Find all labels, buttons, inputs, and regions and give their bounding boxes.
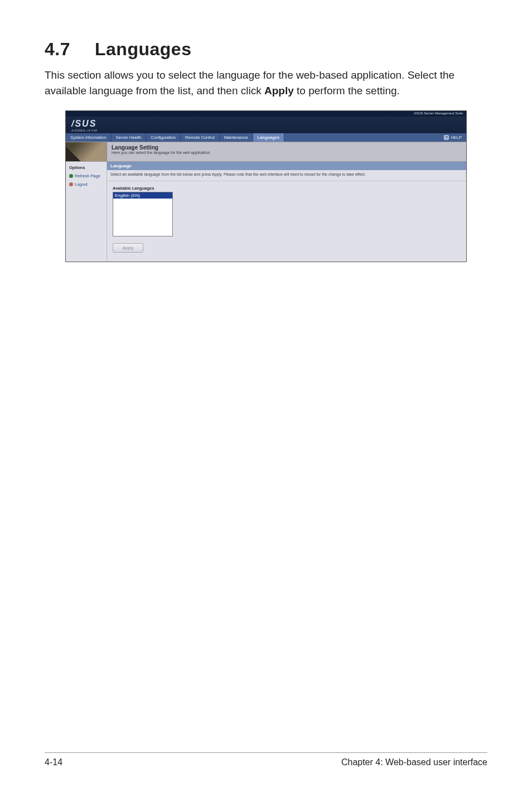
logout-icon: [69, 182, 73, 186]
panel-description: Select an available language from the li…: [107, 170, 466, 181]
section-heading: 4.7Languages: [45, 39, 487, 60]
language-option-english[interactable]: English (EN): [113, 192, 172, 199]
screenshot-figure: ASUS Server Management Suite /SUS ASMB6-…: [65, 110, 467, 262]
sidebar: Options Refresh Page Logout: [66, 162, 107, 262]
brand-logo-sub: ASMB6-iKVM: [71, 129, 98, 132]
help-link[interactable]: ? HELP: [439, 133, 466, 142]
content-body: Options Refresh Page Logout Language Sel…: [66, 162, 466, 262]
intro-line1: This section allows you to select the la…: [45, 69, 404, 81]
panel-body: Available Languages English (EN) Apply: [107, 181, 466, 257]
window-title-text: ASUS Server Management Suite: [414, 112, 463, 115]
brand-logo-text: /SUS: [71, 119, 98, 129]
sidebar-item-label: Logout: [75, 182, 88, 187]
main-panel: Language Select an available language fr…: [107, 162, 466, 262]
intro-paragraph: This section allows you to select the la…: [45, 67, 487, 98]
chapter-label: Chapter 4: Web-based user interface: [341, 757, 487, 767]
sidebar-item-label: Refresh Page: [75, 173, 100, 178]
help-label: HELP: [451, 135, 462, 140]
tab-languages[interactable]: Languages: [253, 133, 285, 142]
section-title: Languages: [95, 39, 191, 59]
brand-logo: /SUS ASMB6-iKVM: [71, 119, 98, 132]
intro-line2-post: to perform the setting.: [294, 85, 400, 96]
tab-configuration[interactable]: Configuration: [146, 133, 181, 142]
title-thumbnail-icon: [66, 142, 107, 161]
apply-button[interactable]: Apply: [113, 243, 143, 253]
page-title-bar: Language Setting Here you can select the…: [66, 142, 466, 162]
section-number: 4.7: [45, 39, 95, 60]
window-titlebar: ASUS Server Management Suite: [66, 111, 466, 117]
page-footer: 4-14 Chapter 4: Web-based user interface: [45, 752, 487, 767]
tab-maintenance[interactable]: Maintenance: [220, 133, 253, 142]
app-window: ASUS Server Management Suite /SUS ASMB6-…: [65, 110, 467, 262]
nav-tabs: System Information Server Health Configu…: [66, 133, 466, 142]
refresh-icon: [69, 174, 73, 178]
help-icon: ?: [444, 135, 449, 140]
available-languages-label: Available Languages: [113, 186, 461, 191]
header-bar: /SUS ASMB6-iKVM: [66, 117, 466, 133]
page-subtitle: Here you can select the language for the…: [112, 151, 211, 154]
intro-apply-word: Apply: [264, 85, 294, 96]
sidebar-item-logout[interactable]: Logout: [69, 182, 103, 187]
tab-server-health[interactable]: Server Health: [112, 133, 147, 142]
sidebar-title: Options: [69, 165, 103, 170]
tab-remote-control[interactable]: Remote Control: [181, 133, 220, 142]
page-number: 4-14: [45, 757, 62, 767]
tab-system-information[interactable]: System Information: [66, 133, 112, 142]
panel-heading: Language: [107, 162, 466, 170]
language-listbox[interactable]: English (EN): [113, 192, 173, 236]
sidebar-item-refresh[interactable]: Refresh Page: [69, 173, 103, 178]
page-title: Language Setting: [112, 144, 211, 151]
title-text-block: Language Setting Here you can select the…: [107, 142, 215, 161]
